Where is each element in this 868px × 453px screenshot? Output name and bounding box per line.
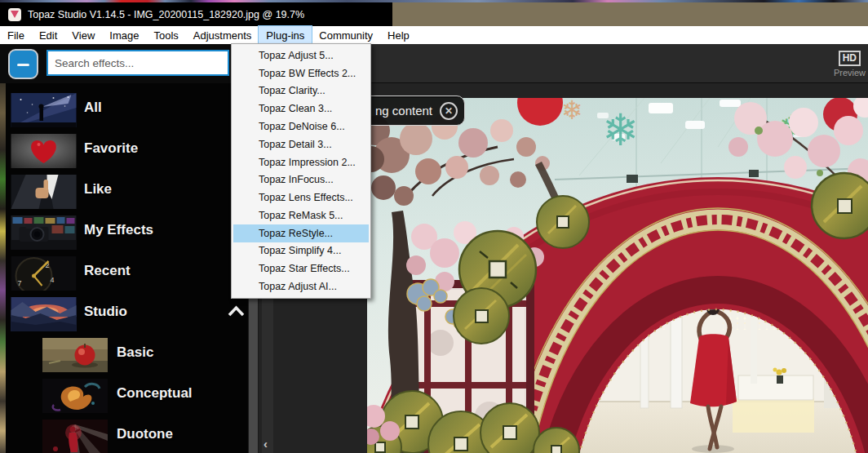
menu-tools[interactable]: Tools: [146, 26, 185, 44]
thumbnail-duotone: [42, 420, 108, 453]
plugin-item-simplify4[interactable]: Topaz Simplify 4...: [233, 242, 369, 260]
window-title: Topaz Studio V1.14.5 - IMG_20200115_1829…: [28, 9, 304, 20]
sidebar-label-conceptual: Conceptual: [117, 385, 193, 402]
thumbnail-studio: [11, 297, 77, 331]
toolbar: HD Preview: [0, 44, 868, 83]
sidebar-item-studio[interactable]: Studio: [6, 294, 248, 335]
sidebar-item-all[interactable]: All: [6, 90, 248, 131]
svg-text:❄: ❄: [561, 98, 583, 125]
sidebar-item-duotone[interactable]: Duotone: [6, 416, 248, 453]
menu-help[interactable]: Help: [380, 26, 417, 44]
preview-label: Preview: [834, 68, 866, 78]
plugin-item-denoise6[interactable]: Topaz DeNoise 6...: [233, 118, 369, 135]
plugin-item-detail3[interactable]: Topaz Detail 3...: [233, 135, 369, 153]
minus-icon: [17, 64, 29, 66]
collapse-left-icon[interactable]: ‹: [264, 438, 268, 450]
sidebar-label-like: Like: [84, 181, 112, 198]
plugin-item-restyle[interactable]: Topaz ReStyle...: [233, 224, 369, 242]
sidebar-label-my-effects: My Effects: [84, 222, 153, 238]
chevron-up-icon[interactable]: [228, 305, 245, 318]
thumbnail-all: [11, 93, 77, 127]
sidebar-label-basic: Basic: [117, 344, 153, 361]
plugin-item-adjust5[interactable]: Topaz Adjust 5...: [233, 47, 369, 64]
plugin-item-infocus[interactable]: Topaz InFocus...: [233, 171, 369, 189]
search-input[interactable]: [46, 50, 229, 76]
plugins-dropdown: Topaz Adjust 5... Topaz BW Effects 2... …: [231, 43, 371, 299]
thumbnail-favorite: [11, 134, 77, 168]
menu-plugins[interactable]: Plug-ins: [259, 26, 312, 44]
thumbnail-recent: 2 4 7: [11, 256, 77, 291]
photo-preview: ❄ ❄ ❄: [367, 98, 868, 453]
plugin-item-adjust-ai[interactable]: Topaz Adjust AI...: [233, 278, 369, 295]
sidebar-item-favorite[interactable]: Favorite: [6, 131, 248, 171]
sidebar-label-duotone: Duotone: [117, 426, 173, 442]
sidebar-item-recent[interactable]: 2 4 7 Recent: [6, 253, 248, 294]
plugin-item-clarity[interactable]: Topaz Clarity...: [233, 82, 369, 100]
title-bar: Topaz Studio V1.14.5 - IMG_20200115_1829…: [0, 2, 868, 26]
sidebar-label-studio: Studio: [84, 304, 127, 320]
desktop-edge-left: [0, 83, 6, 453]
sidebar-item-conceptual[interactable]: Conceptual: [6, 375, 248, 416]
title-bar-active-area: Topaz Studio V1.14.5 - IMG_20200115_1829…: [0, 2, 392, 26]
plugin-item-impression2[interactable]: Topaz Impression 2...: [233, 153, 369, 171]
menu-image[interactable]: Image: [102, 26, 146, 44]
effects-sidebar: All Favorite: [6, 83, 248, 453]
sidebar-item-like[interactable]: Like: [6, 171, 248, 212]
sidebar-label-recent: Recent: [84, 263, 131, 279]
app-window: Topaz Studio V1.14.5 - IMG_20200115_1829…: [0, 0, 868, 453]
thumbnail-conceptual: [42, 379, 108, 413]
menu-view[interactable]: View: [64, 26, 102, 44]
plugin-item-star-effects[interactable]: Topaz Star Effects...: [233, 260, 369, 278]
sidebar-item-basic[interactable]: Basic: [6, 335, 248, 375]
hd-badge[interactable]: HD: [839, 51, 861, 66]
thumbnail-basic: [42, 338, 108, 372]
toast-text: ng content: [375, 104, 432, 118]
topaz-logo-icon: [8, 8, 21, 21]
menu-file[interactable]: File: [0, 26, 32, 44]
close-icon[interactable]: ✕: [440, 102, 458, 120]
menu-bar: File Edit View Image Tools Adjustments P…: [0, 26, 868, 44]
thumbnail-my-effects: [11, 215, 77, 250]
sidebar-item-my-effects[interactable]: My Effects: [6, 212, 248, 253]
thumbnail-like: [11, 175, 77, 209]
svg-text:7: 7: [18, 279, 22, 287]
effects-panel-header: [0, 44, 248, 83]
menu-community[interactable]: Community: [312, 26, 380, 44]
sidebar-label-all: All: [84, 100, 102, 116]
plugin-item-lens-effects[interactable]: Topaz Lens Effects...: [233, 189, 369, 207]
svg-text:4: 4: [51, 276, 55, 284]
panel-collapse-button[interactable]: [8, 49, 38, 79]
plugin-item-clean3[interactable]: Topaz Clean 3...: [233, 100, 369, 118]
menu-adjustments[interactable]: Adjustments: [186, 26, 259, 44]
plugin-item-remask5[interactable]: Topaz ReMask 5...: [233, 207, 369, 224]
sidebar-label-favorite: Favorite: [84, 140, 138, 157]
menu-edit[interactable]: Edit: [32, 26, 64, 44]
photo-snowflake: ❄: [602, 105, 639, 154]
plugin-item-bw-effects2[interactable]: Topaz BW Effects 2...: [233, 64, 369, 82]
